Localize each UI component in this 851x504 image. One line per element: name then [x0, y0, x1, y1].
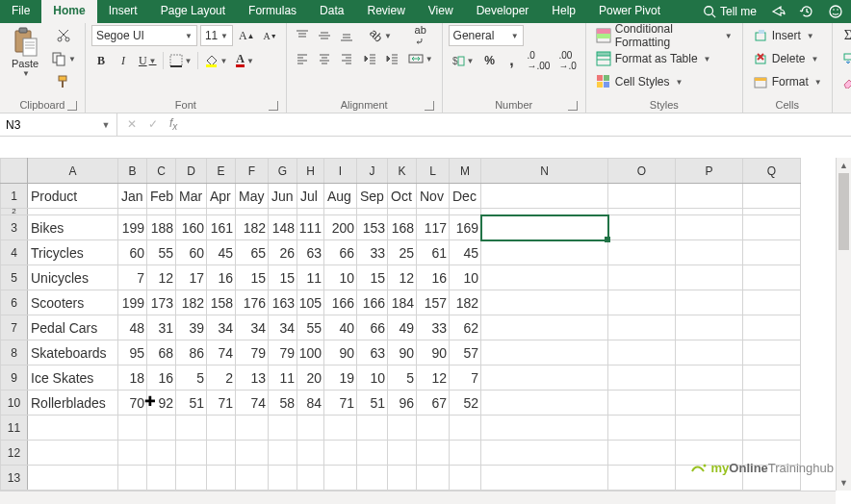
cell[interactable] — [176, 416, 207, 441]
cell[interactable] — [357, 209, 388, 215]
cell[interactable] — [357, 441, 388, 466]
row-header[interactable]: 5 — [1, 265, 28, 290]
column-header[interactable]: I — [324, 159, 357, 184]
cell[interactable] — [357, 416, 388, 441]
row-header[interactable]: 4 — [1, 240, 28, 265]
cell[interactable]: 70 — [118, 391, 147, 416]
cell[interactable] — [297, 466, 324, 491]
cell[interactable]: May — [236, 184, 269, 209]
cell[interactable]: 7 — [450, 365, 481, 391]
cell[interactable]: 34 — [269, 315, 297, 340]
cell[interactable] — [417, 466, 450, 491]
tab-view[interactable]: View — [417, 0, 465, 23]
column-header[interactable]: D — [176, 159, 207, 184]
tab-page-layout[interactable]: Page Layout — [149, 0, 237, 23]
cell[interactable] — [324, 441, 357, 466]
cell[interactable] — [743, 184, 801, 209]
cell[interactable]: Mar — [176, 184, 207, 209]
cell[interactable] — [236, 209, 269, 215]
font-name-combo[interactable]: Segoe UI▼ — [91, 25, 197, 46]
cell[interactable]: 182 — [176, 290, 207, 315]
cell[interactable] — [608, 441, 676, 466]
align-bottom-button[interactable] — [337, 25, 356, 46]
cell[interactable] — [743, 209, 801, 215]
cell[interactable]: 169 — [450, 215, 481, 240]
align-center-button[interactable] — [315, 48, 334, 69]
cell[interactable]: Feb — [147, 184, 176, 209]
orientation-button[interactable]: ab▼ — [360, 25, 401, 46]
cell[interactable]: 160 — [176, 215, 207, 240]
align-top-button[interactable] — [293, 25, 312, 46]
row-header[interactable]: 3 — [1, 215, 28, 240]
merge-center-button[interactable]: ▼ — [405, 48, 436, 69]
cell[interactable]: 10 — [324, 265, 357, 290]
row-header[interactable]: 10 — [1, 391, 28, 416]
vertical-scrollbar[interactable]: ▲ ▼ — [836, 158, 851, 491]
cell[interactable]: 5 — [176, 365, 207, 391]
cell[interactable]: 182 — [450, 290, 481, 315]
cell[interactable] — [743, 290, 801, 315]
column-header[interactable]: K — [388, 159, 417, 184]
cell[interactable]: 15 — [269, 265, 297, 290]
chevron-down-icon[interactable]: ▼ — [96, 120, 116, 130]
cell[interactable]: 148 — [269, 215, 297, 240]
cell[interactable] — [28, 416, 118, 441]
cell[interactable]: 63 — [297, 240, 324, 265]
cell[interactable]: Pedal Cars — [28, 315, 118, 340]
name-box[interactable]: ▼ — [0, 113, 117, 136]
cell[interactable] — [608, 340, 676, 365]
align-middle-button[interactable] — [315, 25, 334, 46]
cell[interactable]: 33 — [357, 240, 388, 265]
cell[interactable]: 7 — [118, 265, 147, 290]
cell[interactable] — [297, 416, 324, 441]
cell[interactable] — [676, 209, 743, 215]
cell[interactable]: 13 — [236, 365, 269, 391]
cell[interactable]: 71 — [207, 391, 236, 416]
cell[interactable]: Rollerblades — [28, 391, 118, 416]
cell[interactable] — [207, 209, 236, 215]
cell[interactable]: 105 — [297, 290, 324, 315]
cell[interactable]: 26 — [269, 240, 297, 265]
cell[interactable]: 158 — [207, 290, 236, 315]
cell[interactable]: 34 — [207, 315, 236, 340]
cell[interactable] — [481, 391, 608, 416]
scrollbar-thumb[interactable] — [838, 173, 849, 250]
cell[interactable] — [118, 209, 147, 215]
cell[interactable] — [676, 365, 743, 391]
column-header[interactable]: N — [481, 159, 608, 184]
cell[interactable] — [28, 441, 118, 466]
cell[interactable]: 34 — [236, 315, 269, 340]
increase-font-button[interactable]: A▲ — [236, 25, 258, 46]
cell-styles-button[interactable]: Cell Styles▼ — [592, 71, 736, 92]
column-header[interactable]: J — [357, 159, 388, 184]
cell[interactable] — [147, 209, 176, 215]
cell[interactable]: 63 — [357, 340, 388, 365]
cell[interactable] — [297, 441, 324, 466]
tab-file[interactable]: File — [0, 0, 41, 23]
cell[interactable] — [147, 441, 176, 466]
cell[interactable] — [417, 441, 450, 466]
cell[interactable] — [743, 265, 801, 290]
cell[interactable]: Unicycles — [28, 265, 118, 290]
cell[interactable] — [207, 416, 236, 441]
cell[interactable]: 48 — [118, 315, 147, 340]
cell[interactable]: 188 — [147, 215, 176, 240]
cell[interactable]: 86 — [176, 340, 207, 365]
cell[interactable]: 58 — [269, 391, 297, 416]
cell[interactable]: 19 — [324, 365, 357, 391]
cell[interactable] — [608, 209, 676, 215]
cell[interactable] — [743, 240, 801, 265]
clear-button[interactable]: ▼ — [838, 71, 851, 92]
scroll-up-icon[interactable]: ▲ — [837, 158, 851, 173]
number-format-combo[interactable]: General▼ — [449, 25, 524, 46]
cell[interactable]: 39 — [176, 315, 207, 340]
cell[interactable]: 71 — [324, 391, 357, 416]
cell[interactable] — [450, 416, 481, 441]
underline-button[interactable]: U▼ — [136, 50, 160, 71]
cell[interactable]: 67 — [417, 391, 450, 416]
cell[interactable]: 184 — [388, 290, 417, 315]
cell[interactable]: Scooters — [28, 290, 118, 315]
cell[interactable] — [676, 290, 743, 315]
cell[interactable]: 111 — [297, 215, 324, 240]
format-cells-button[interactable]: Format▼ — [749, 71, 826, 92]
